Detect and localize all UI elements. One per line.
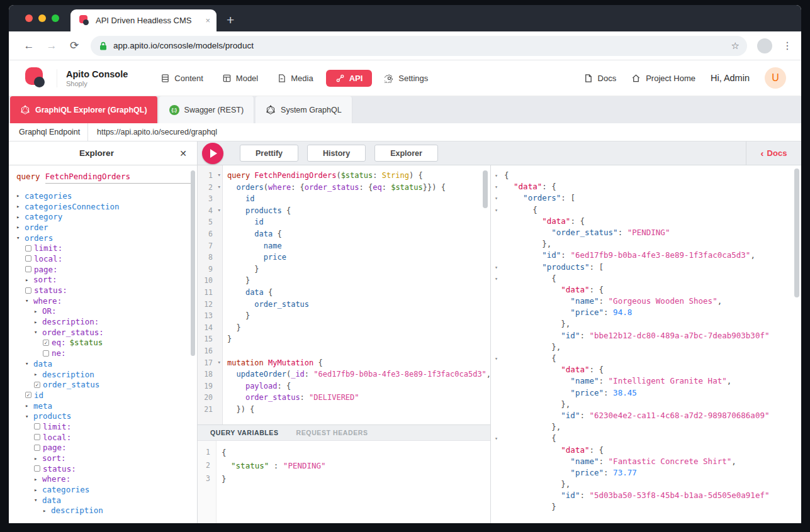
variables-editor[interactable]: 123 { "status" : "PENDING"}: [198, 441, 490, 523]
forward-icon[interactable]: →: [45, 40, 58, 52]
api-tab-swagger[interactable]: {;}Swagger (REST): [159, 96, 254, 123]
fold-arrow-icon[interactable]: [495, 479, 504, 490]
browser-menu-icon[interactable]: ⋮: [782, 40, 792, 52]
fold-arrow-icon[interactable]: [495, 239, 504, 250]
tree-item-local[interactable]: local:: [16, 253, 191, 264]
chevron-right-icon[interactable]: ▸: [25, 277, 33, 283]
nav-item-model[interactable]: Model: [216, 70, 264, 87]
tree-item-sort[interactable]: ▸sort:: [16, 275, 191, 285]
fold-arrow-icon[interactable]: ▾: [495, 274, 504, 285]
chevron-right-icon[interactable]: ▸: [43, 507, 51, 514]
chevron-right-icon[interactable]: ▸: [34, 476, 42, 482]
fold-arrow-icon[interactable]: [495, 388, 504, 399]
tree-item-where[interactable]: ▾where:: [16, 296, 191, 306]
fold-arrow-icon[interactable]: [495, 250, 504, 262]
tree-item-status[interactable]: status:: [16, 463, 191, 474]
address-bar[interactable]: app.apito.io/consosle/models/product ☆: [91, 36, 747, 56]
tree-item-category[interactable]: ▸category: [16, 211, 191, 222]
tree-item-order_status[interactable]: ✓order_status: [16, 379, 191, 390]
user-avatar[interactable]: U: [765, 67, 786, 89]
checkbox-icon[interactable]: [43, 350, 49, 357]
variables-code[interactable]: { "status" : "PENDING"}: [217, 441, 490, 523]
fold-arrow-icon[interactable]: ▾: [495, 182, 504, 193]
checkbox-icon[interactable]: [25, 266, 31, 272]
fold-arrow-icon[interactable]: [495, 376, 504, 387]
tree-item-page[interactable]: page:: [16, 443, 191, 453]
reload-icon[interactable]: ⟳: [68, 39, 81, 52]
tree-item-eq[interactable]: ✓eq:$status: [16, 338, 191, 348]
fold-arrow-icon[interactable]: [495, 331, 504, 342]
explorer-close-icon[interactable]: ✕: [179, 148, 187, 158]
fold-arrow-icon[interactable]: ▾: [495, 262, 504, 274]
chevron-right-icon[interactable]: ▸: [16, 192, 25, 199]
chevron-right-icon[interactable]: ▸: [34, 487, 42, 493]
nav-item-api[interactable]: API: [326, 70, 373, 87]
tree-item-limit[interactable]: limit:: [16, 243, 191, 253]
execute-query-button[interactable]: [202, 143, 223, 164]
window-zoom-button[interactable]: [52, 14, 59, 22]
tree-item-categoriesConnection[interactable]: ▸categoriesConnection: [16, 201, 191, 212]
api-tab-graphql-dark[interactable]: System GraphQL: [256, 96, 352, 123]
chevron-right-icon[interactable]: ▸: [34, 455, 42, 462]
fold-arrow-icon[interactable]: [495, 457, 504, 468]
tab-request-headers[interactable]: REQUEST HEADERS: [296, 429, 368, 436]
fold-arrow-icon[interactable]: ▾: [218, 207, 221, 213]
fold-arrow-icon[interactable]: [495, 468, 504, 479]
back-icon[interactable]: ←: [23, 40, 35, 52]
chevron-right-icon[interactable]: ▸: [25, 402, 33, 409]
checkbox-checked-icon[interactable]: ✓: [34, 382, 40, 388]
api-tab-graphql[interactable]: GraphiQL Explorer (GraphQL): [10, 96, 158, 123]
tree-item-status[interactable]: status:: [16, 285, 191, 296]
prettify-button[interactable]: Prettify: [240, 145, 298, 162]
fold-arrow-icon[interactable]: [495, 411, 504, 422]
fold-arrow-icon[interactable]: ▾: [495, 170, 504, 182]
tree-item-categories[interactable]: ▸categories: [16, 484, 191, 495]
tree-item-categories[interactable]: ▸categories: [16, 191, 191, 201]
chevron-down-icon[interactable]: ▾: [25, 360, 33, 367]
chevron-down-icon[interactable]: ▾: [25, 413, 33, 419]
tree-item-OR[interactable]: ▸OR:: [16, 306, 191, 317]
tab-close-icon[interactable]: ×: [205, 16, 210, 25]
tree-item-products[interactable]: ▾products: [16, 411, 191, 421]
fold-arrow-icon[interactable]: ▾: [218, 359, 221, 365]
fold-arrow-icon[interactable]: [495, 296, 504, 308]
bookmark-star-icon[interactable]: ☆: [731, 40, 740, 52]
window-close-button[interactable]: [25, 14, 33, 22]
history-button[interactable]: History: [307, 145, 366, 162]
fold-arrow-icon[interactable]: ▾: [495, 433, 504, 445]
nav-item-media[interactable]: Media: [271, 70, 319, 87]
chevron-down-icon[interactable]: ▾: [25, 297, 33, 304]
header-link-home[interactable]: Project Home: [631, 74, 695, 83]
fold-arrow-icon[interactable]: [495, 490, 504, 502]
tree-item-id[interactable]: ✓id: [16, 390, 191, 401]
tree-item-order[interactable]: ▸order: [16, 222, 191, 233]
tree-item-local[interactable]: local:: [16, 432, 191, 443]
chevron-right-icon[interactable]: ▸: [16, 203, 25, 209]
fold-arrow-icon[interactable]: [495, 216, 504, 228]
fold-arrow-icon[interactable]: [495, 319, 504, 330]
results-scrollbar[interactable]: [794, 169, 799, 297]
editor-code[interactable]: query FetchPendingOrders($status: String…: [223, 165, 490, 424]
query-editor[interactable]: 1▾2▾34▾567891011121314151617▾18192021 qu…: [198, 165, 490, 424]
editor-scrollbar[interactable]: [483, 170, 488, 208]
fold-arrow-icon[interactable]: [495, 399, 504, 411]
chevron-right-icon[interactable]: ▸: [34, 371, 42, 377]
query-name-input[interactable]: FetchPendingOrders: [45, 172, 191, 184]
tab-query-variables[interactable]: QUERY VARIABLES: [210, 429, 279, 436]
nav-item-content[interactable]: Content: [154, 70, 210, 87]
fold-arrow-icon[interactable]: ▾: [218, 172, 221, 178]
checkbox-icon[interactable]: [25, 245, 31, 252]
chevron-right-icon[interactable]: ▸: [34, 319, 42, 325]
fold-arrow-icon[interactable]: [495, 308, 504, 319]
nav-item-settings[interactable]: Settings: [378, 70, 434, 87]
chevron-down-icon[interactable]: ▾: [34, 329, 42, 335]
tree-item-description[interactable]: ▸description:: [16, 316, 191, 327]
browser-tab[interactable]: API Driven Headless CMS ×: [70, 9, 217, 31]
browser-profile-avatar[interactable]: [757, 38, 772, 53]
chevron-right-icon[interactable]: ▸: [34, 308, 42, 314]
fold-arrow-icon[interactable]: [495, 342, 504, 353]
fold-arrow-icon[interactable]: [495, 445, 504, 457]
fold-arrow-icon[interactable]: [495, 285, 504, 296]
checkbox-icon[interactable]: [34, 434, 40, 440]
tree-item-ne[interactable]: ne:: [16, 348, 191, 358]
